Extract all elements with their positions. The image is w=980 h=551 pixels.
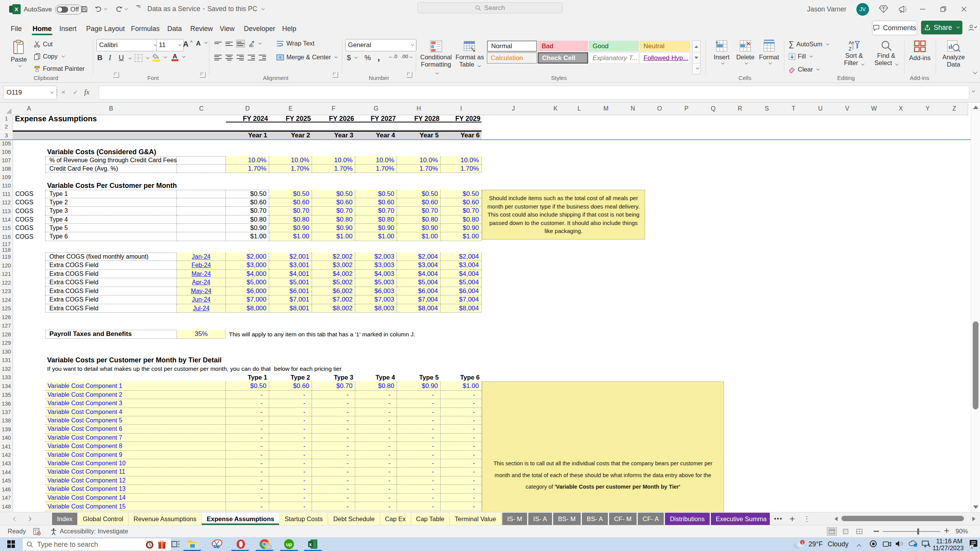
cell-E107[interactable]: 10.0% bbox=[269, 156, 312, 165]
row-header-136[interactable]: 136 bbox=[0, 399, 13, 408]
tab-developer[interactable]: Developer bbox=[238, 22, 281, 35]
row-header-135[interactable]: 135 bbox=[0, 391, 13, 399]
row-header-110[interactable]: 110 bbox=[0, 181, 13, 190]
cell-F114[interactable]: $0.80 bbox=[312, 215, 355, 224]
align-right-icon[interactable] bbox=[237, 54, 244, 62]
font-color-button[interactable]: A bbox=[172, 53, 185, 61]
row-header-122[interactable]: 122 bbox=[0, 278, 13, 287]
snipping-tool-icon[interactable] bbox=[211, 538, 223, 550]
col-header-X[interactable]: X bbox=[887, 103, 915, 115]
feedback-megaphone-icon[interactable] bbox=[898, 5, 907, 13]
cell-D122[interactable]: $5,000 bbox=[226, 278, 269, 287]
cell-D123[interactable]: $6,000 bbox=[226, 287, 269, 295]
cell-H135[interactable]: - bbox=[397, 391, 441, 399]
sheet-tab-executive-summa[interactable]: Executive Summa bbox=[711, 513, 770, 525]
opera-browser-icon[interactable] bbox=[235, 538, 247, 550]
cell-E141[interactable]: - bbox=[269, 442, 312, 451]
row-header-116[interactable]: 116 bbox=[0, 232, 13, 241]
cell-C120[interactable]: Feb-24 bbox=[177, 261, 226, 270]
cell-BC144[interactable]: Variable Cost Component 11 bbox=[45, 468, 226, 476]
fill-color-button[interactable] bbox=[152, 54, 167, 61]
align-bottom-icon[interactable] bbox=[237, 40, 245, 47]
cell-BC138[interactable]: Variable Cost Component 5 bbox=[45, 416, 226, 425]
cell-F144[interactable]: - bbox=[312, 468, 355, 476]
search-box[interactable]: Search bbox=[417, 2, 563, 13]
cell-G141[interactable]: - bbox=[355, 442, 397, 451]
cell-B112[interactable]: Type 2 bbox=[45, 198, 177, 207]
cell-BC140[interactable]: Variable Cost Component 7 bbox=[45, 434, 226, 442]
cell-D141[interactable]: - bbox=[226, 442, 269, 451]
upwork-icon[interactable]: up bbox=[283, 538, 295, 550]
underline-button[interactable]: U bbox=[119, 54, 124, 62]
col-header-I[interactable]: I bbox=[441, 103, 482, 115]
cell-F1[interactable]: FY 2026 bbox=[312, 115, 355, 122]
cell-H136[interactable]: - bbox=[397, 399, 441, 408]
minimize-button[interactable] bbox=[917, 6, 928, 12]
cell-I133[interactable]: Type 6 bbox=[441, 373, 482, 381]
cell-F123[interactable]: $6,002 bbox=[312, 287, 355, 295]
cell-E115[interactable]: $0.90 bbox=[269, 224, 312, 232]
chrome-browser-icon[interactable] bbox=[259, 538, 270, 550]
find-select-button[interactable]: Find &Select bbox=[871, 40, 901, 67]
row-header-121[interactable]: 121 bbox=[0, 270, 13, 279]
cell-B108[interactable]: Credit Card Fee (Avg. %) bbox=[45, 165, 177, 173]
row-header-115[interactable]: 115 bbox=[0, 224, 13, 233]
cell-A114[interactable]: COGS bbox=[13, 215, 33, 224]
format-as-table-button[interactable]: Format asTable bbox=[454, 40, 485, 68]
cell-B116[interactable]: Type 6 bbox=[45, 232, 177, 241]
cell-E142[interactable]: - bbox=[269, 451, 312, 459]
cell-E120[interactable]: $3,001 bbox=[269, 261, 312, 270]
cell-B131[interactable]: Variable Costs per Customer per Month by… bbox=[45, 356, 222, 364]
cell-C114[interactable] bbox=[177, 215, 226, 224]
cell-BC141[interactable]: Variable Cost Component 8 bbox=[45, 442, 226, 451]
cell-E135[interactable]: - bbox=[269, 391, 312, 399]
clock[interactable]: 11:16 AM11/27/2023 bbox=[933, 537, 962, 551]
cell-A111[interactable]: COGS bbox=[13, 190, 33, 198]
cell-F138[interactable]: - bbox=[312, 416, 355, 425]
col-header-Z[interactable]: Z bbox=[941, 103, 968, 115]
start-button[interactable] bbox=[5, 538, 17, 550]
cell-F120[interactable]: $3,002 bbox=[312, 261, 355, 270]
clear-button[interactable]: Clear bbox=[789, 66, 819, 73]
excel-taskbar-icon[interactable]: x bbox=[307, 538, 318, 550]
style-check[interactable]: Check Cell bbox=[538, 52, 588, 64]
cell-E123[interactable]: $6,001 bbox=[269, 287, 312, 295]
cell-F139[interactable]: - bbox=[312, 425, 355, 434]
row-header-134[interactable]: 134 bbox=[0, 381, 13, 391]
cell-E146[interactable]: - bbox=[269, 485, 312, 494]
cell-I140[interactable]: - bbox=[441, 434, 482, 442]
copy-button[interactable]: Copy bbox=[34, 53, 64, 60]
col-header-N[interactable]: N bbox=[619, 103, 647, 115]
cell-E136[interactable]: - bbox=[269, 399, 312, 408]
cell-I107[interactable]: 10.0% bbox=[441, 156, 482, 165]
col-header-S[interactable]: S bbox=[753, 103, 781, 115]
cell-D119[interactable]: $2,000 bbox=[226, 253, 269, 261]
col-header-Q[interactable]: Q bbox=[700, 103, 727, 115]
cell-D139[interactable]: - bbox=[226, 425, 269, 434]
font-dialog-launcher[interactable] bbox=[200, 72, 206, 78]
cell-I116[interactable]: $1.00 bbox=[441, 232, 482, 241]
tab-help[interactable]: Help bbox=[276, 22, 302, 35]
sheet-tab-cap-ex[interactable]: Cap Ex bbox=[380, 513, 411, 525]
excel-app-icon[interactable]: x bbox=[9, 3, 21, 15]
cell-F122[interactable]: $5,002 bbox=[312, 278, 355, 287]
cell-F108[interactable]: 1.70% bbox=[312, 165, 355, 173]
row-header-138[interactable]: 138 bbox=[0, 416, 13, 425]
cell-BC135[interactable]: Variable Cost Component 2 bbox=[45, 391, 226, 399]
sheet-tab-is-a[interactable]: IS- A bbox=[528, 513, 552, 525]
tray-expand-icon[interactable] bbox=[858, 543, 861, 549]
row-header-112[interactable]: 112 bbox=[0, 198, 13, 207]
cell-H138[interactable]: - bbox=[397, 416, 441, 425]
cell-I147[interactable]: - bbox=[441, 494, 482, 502]
style-expl[interactable]: Explanatory T... bbox=[589, 52, 639, 64]
cell-B119[interactable]: Other COGS (fixed monthly amount) bbox=[45, 253, 177, 261]
cell-H125[interactable]: $8,004 bbox=[397, 304, 441, 313]
row-header-120[interactable]: 120 bbox=[0, 261, 13, 270]
cell-I141[interactable]: - bbox=[441, 442, 482, 451]
align-middle-icon[interactable] bbox=[225, 41, 233, 47]
cell-F145[interactable]: - bbox=[312, 476, 355, 485]
row-header-143[interactable]: 143 bbox=[0, 459, 13, 468]
cell-H113[interactable]: $0.70 bbox=[397, 207, 441, 215]
sheet-tab-global-control[interactable]: Global Control bbox=[78, 513, 128, 525]
style-neutral[interactable]: Neutral bbox=[640, 41, 690, 52]
